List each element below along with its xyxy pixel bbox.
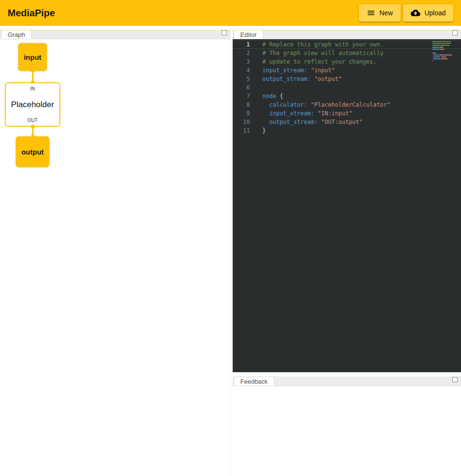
minimap[interactable]: [432, 41, 454, 62]
menu-icon: [367, 9, 375, 17]
graph-node-input[interactable]: input: [18, 43, 47, 71]
code-line[interactable]: 2# The graph view will automatically: [233, 49, 461, 57]
editor-panel: Editor 1# Replace this graph with your o…: [233, 30, 461, 373]
code-line[interactable]: 7node {: [233, 92, 461, 100]
code-line[interactable]: 8 calculator: "PlaceholderCalculator": [233, 100, 461, 109]
edge-wire: [32, 128, 34, 135]
app-header: MediaPipe New Upload: [0, 0, 461, 26]
popout-icon-feedback[interactable]: [452, 377, 458, 382]
app-title: MediaPipe: [8, 8, 55, 19]
code-line[interactable]: 6: [233, 83, 461, 92]
graph-node-placeholder[interactable]: IN Placeholder OUT: [5, 82, 60, 127]
new-button-label: New: [380, 9, 393, 17]
tab-editor[interactable]: Editor: [234, 30, 263, 39]
feedback-content: [233, 386, 461, 476]
graph-panel: Graph input IN Placeholder OUT output: [0, 30, 231, 476]
code-line[interactable]: 4input_stream: "input": [233, 66, 461, 75]
new-button[interactable]: New: [359, 4, 401, 22]
popout-icon-editor[interactable]: [452, 30, 458, 35]
tab-graph[interactable]: Graph: [1, 30, 32, 39]
tab-feedback[interactable]: Feedback: [234, 376, 274, 386]
code-lines: 1# Replace this graph with your own.2# T…: [233, 39, 461, 135]
placeholder-out-port: OUT: [27, 118, 37, 123]
code-editor[interactable]: 1# Replace this graph with your own.2# T…: [233, 39, 461, 372]
code-line[interactable]: 5output_stream: "output": [233, 75, 461, 83]
code-line[interactable]: 9 input_stream: "IN:input": [233, 109, 461, 118]
code-line[interactable]: 3# update to reflect your changes.: [233, 57, 461, 66]
code-line[interactable]: 11}: [233, 126, 461, 135]
cloud-upload-icon: [411, 8, 420, 18]
graph-node-output[interactable]: output: [16, 136, 49, 167]
editor-tabstrip: Editor: [233, 30, 461, 39]
code-line[interactable]: 1# Replace this graph with your own.: [233, 40, 461, 49]
header-buttons: New Upload: [359, 4, 453, 22]
feedback-panel: Feedback: [233, 376, 461, 476]
placeholder-title: Placeholder: [11, 100, 54, 110]
feedback-tabstrip: Feedback: [233, 376, 461, 386]
graph-canvas[interactable]: input IN Placeholder OUT output: [0, 39, 230, 476]
placeholder-in-port: IN: [30, 86, 35, 91]
port-connector-icon: [31, 125, 34, 128]
code-line[interactable]: 10 output_stream: "OUT:output": [233, 118, 461, 126]
upload-button[interactable]: Upload: [403, 4, 453, 22]
upload-button-label: Upload: [425, 9, 446, 17]
popout-icon-graph[interactable]: [222, 30, 227, 35]
edge-wire: [32, 72, 34, 81]
port-connector-icon: [31, 69, 34, 72]
mediapipe-visualizer: MediaPipe New Upload Graph input: [0, 0, 461, 476]
graph-tabstrip: Graph: [0, 30, 230, 39]
